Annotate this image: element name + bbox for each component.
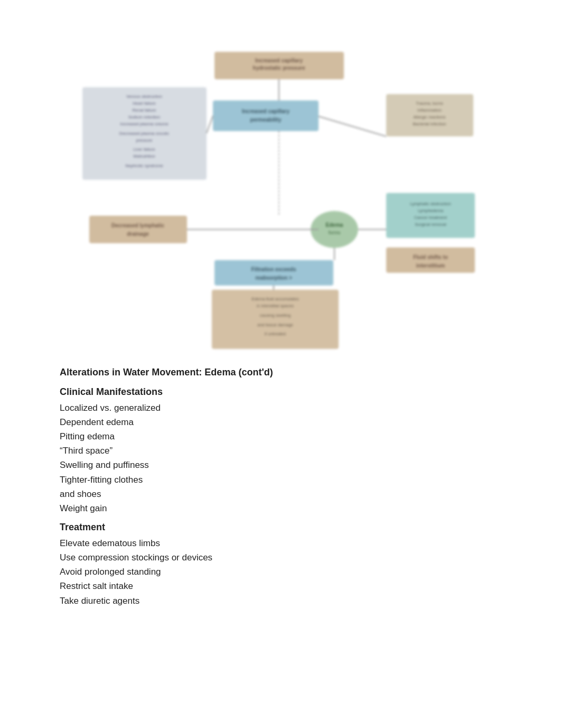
svg-text:Lymphedema: Lymphedema <box>418 208 444 213</box>
svg-text:Surgical removal: Surgical removal <box>415 222 446 227</box>
svg-text:permeability: permeability <box>250 117 282 123</box>
svg-text:Sodium retention: Sodium retention <box>128 115 160 119</box>
svg-text:Inflammation: Inflammation <box>417 108 442 113</box>
svg-text:Fluid shifts to: Fluid shifts to <box>413 254 448 260</box>
svg-text:Allergic reactions: Allergic reactions <box>414 115 446 119</box>
svg-text:Lymphatic obstruction: Lymphatic obstruction <box>410 201 451 206</box>
main-heading: Alterations in Water Movement: Edema (co… <box>60 365 501 380</box>
svg-text:and tissue damage: and tissue damage <box>257 322 293 327</box>
section-heading: Treatment <box>60 520 501 535</box>
svg-rect-14 <box>213 100 319 131</box>
text-content-area: Alterations in Water Movement: Edema (co… <box>0 365 561 608</box>
list-item: Weight gain <box>60 501 501 515</box>
svg-text:interstitium: interstitium <box>416 263 445 269</box>
svg-text:if untreated: if untreated <box>265 331 286 336</box>
svg-text:reabsorption >: reabsorption > <box>255 275 292 281</box>
svg-text:Increased capillary: Increased capillary <box>255 58 303 63</box>
svg-text:Cancer treatment: Cancer treatment <box>414 215 447 220</box>
svg-text:Renal failure: Renal failure <box>133 108 156 113</box>
list-item: Localized vs. generalized <box>60 401 501 415</box>
content-list: Clinical ManifestationsLocalized vs. gen… <box>60 384 501 608</box>
svg-text:Venous obstruction: Venous obstruction <box>126 94 162 99</box>
list-item: Avoid prolonged standing <box>60 565 501 579</box>
svg-line-23 <box>207 116 213 133</box>
svg-rect-38 <box>214 260 333 285</box>
svg-rect-24 <box>89 216 187 243</box>
list-item: Take diuretic agents <box>60 594 501 608</box>
svg-text:Decreased plasma oncotic: Decreased plasma oncotic <box>119 131 169 136</box>
svg-text:forms: forms <box>329 230 341 235</box>
svg-text:Trauma, burns: Trauma, burns <box>416 101 443 106</box>
list-item: Swelling and puffiness <box>60 458 501 472</box>
list-item: Use compression stockings or devices <box>60 550 501 565</box>
section-heading: Clinical Manifestations <box>60 384 501 400</box>
svg-text:causing swelling: causing swelling <box>260 313 291 318</box>
svg-text:Malnutrition: Malnutrition <box>133 154 155 159</box>
svg-text:Bacterial infection: Bacterial infection <box>413 122 446 126</box>
svg-text:pressure: pressure <box>136 138 153 143</box>
svg-text:Liver failure: Liver failure <box>133 147 155 152</box>
svg-text:Increased capillary: Increased capillary <box>242 108 289 114</box>
list-item: Dependent edema <box>60 415 501 429</box>
list-item: Restrict salt intake <box>60 579 501 593</box>
list-item: “Third space” <box>60 444 501 458</box>
list-item: Tighter-fitting clothesand shoes <box>60 473 501 501</box>
svg-text:hydrostatic pressure: hydrostatic pressure <box>253 65 305 71</box>
svg-text:drainage: drainage <box>127 231 149 237</box>
svg-rect-35 <box>386 247 475 273</box>
svg-text:Nephrotic syndrome: Nephrotic syndrome <box>125 163 163 168</box>
flowchart-diagram: Increased capillary hydrostatic pressure… <box>74 42 487 349</box>
svg-line-51 <box>319 116 386 136</box>
svg-text:Increased plasma volume: Increased plasma volume <box>120 122 169 126</box>
svg-text:Filtration exceeds: Filtration exceeds <box>251 266 296 272</box>
svg-text:in interstitial spaces: in interstitial spaces <box>257 303 294 308</box>
svg-text:Edema fluid accumulates: Edema fluid accumulates <box>251 297 298 301</box>
svg-text:Decreased lymphatic: Decreased lymphatic <box>111 223 164 228</box>
list-item: Elevate edematous limbs <box>60 536 501 550</box>
list-item: Pitting edema <box>60 429 501 444</box>
svg-text:Edema: Edema <box>326 222 343 228</box>
svg-text:Heart failure: Heart failure <box>133 101 156 106</box>
